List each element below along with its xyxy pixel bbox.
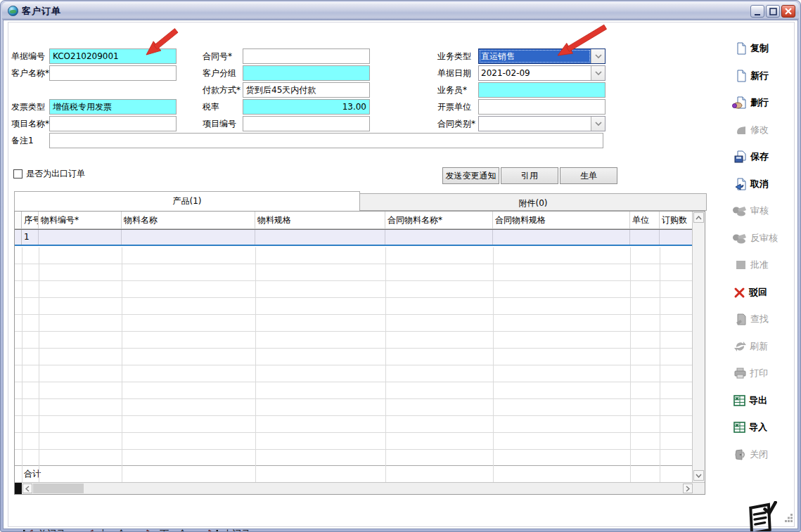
project-no-input[interactable]	[243, 116, 370, 131]
cell-material-name[interactable]	[122, 230, 255, 245]
doc-date-value: 2021-02-09	[479, 66, 591, 80]
toolbar-export-button[interactable]: 导出	[733, 392, 798, 409]
resize-grip[interactable]	[785, 514, 793, 524]
col-material-spec: 物料规格	[255, 212, 385, 228]
grid-body-empty: 合计	[15, 247, 692, 482]
grid-total-row: 合计	[15, 465, 692, 482]
app-logo-icon	[745, 501, 780, 532]
project-name-input[interactable]	[49, 116, 177, 131]
cell-order-qty[interactable]	[660, 230, 692, 245]
scroll-right-icon[interactable]	[683, 484, 693, 493]
toolbar-copy-button[interactable]: 复制	[735, 40, 800, 57]
toolbar-save-button[interactable]: 保存	[733, 148, 798, 165]
payment-input[interactable]: 货到后45天内付款	[243, 82, 370, 98]
checkbox-icon[interactable]	[13, 169, 23, 179]
remark1-input[interactable]	[49, 133, 603, 148]
cell-material-no[interactable]	[39, 230, 122, 245]
field-label-taxrate: 税率	[203, 99, 219, 115]
cell-seq[interactable]: 1	[22, 230, 39, 245]
minimize-button[interactable]	[750, 5, 764, 18]
taxrate-input[interactable]: 13.00	[243, 99, 370, 115]
client-area: 单据编号 KCO210209001 客户名称* 发票类型 增值税专用发票 项目名…	[3, 20, 798, 529]
approve-icon	[735, 259, 748, 271]
toolbar-print-button: 打印	[733, 365, 798, 382]
scrollbar-thumb[interactable]	[33, 484, 84, 493]
toolbar-close-button: 关闭	[733, 446, 798, 463]
biz-type-combo[interactable]: 直运销售	[478, 48, 605, 64]
tab-products[interactable]: 产品(1)	[14, 191, 360, 211]
nav-first-button[interactable]: 首记录	[23, 528, 65, 532]
maximize-button[interactable]	[766, 5, 780, 18]
field-label-biz-type: 业务类型	[437, 48, 471, 64]
chevron-down-icon[interactable]	[591, 49, 605, 63]
reference-button[interactable]: 引用	[501, 167, 558, 184]
col-material-no: 物料编号*	[39, 212, 122, 228]
nav-last-button[interactable]: 末记录	[207, 528, 250, 532]
cell-material-spec[interactable]	[255, 230, 385, 245]
toolbar-import-button[interactable]: 导入	[733, 419, 798, 436]
invoicing-unit-input[interactable]	[478, 99, 605, 115]
contract-category-value	[479, 117, 591, 131]
titlebar[interactable]: 客户订单	[2, 2, 799, 20]
cancel-icon	[733, 178, 748, 190]
excel-icon	[733, 394, 746, 407]
toolbar-cancel-button[interactable]: 取消	[733, 176, 798, 193]
page-icon	[735, 70, 748, 82]
doc-date-combo[interactable]: 2021-02-09	[478, 65, 605, 81]
page-icon	[735, 42, 748, 55]
field-label-contract-no: 合同号*	[203, 48, 232, 64]
cell-contract-material-name[interactable]	[385, 230, 493, 245]
contract-category-combo[interactable]	[478, 116, 605, 131]
tab-attachments[interactable]: 附件(0)	[360, 193, 707, 211]
field-label-customer: 客户名称*	[11, 65, 49, 81]
horizontal-scrollbar[interactable]	[15, 482, 705, 494]
scroll-up-icon[interactable]	[693, 212, 704, 223]
col-material-name: 物料名称	[122, 212, 255, 228]
col-order-qty: 订购数	[660, 212, 692, 228]
toolbar-refresh-button: 刷新	[733, 338, 798, 355]
printer-icon	[733, 367, 747, 379]
field-label-project-no: 项目编号	[203, 116, 236, 131]
salesman-input[interactable]	[478, 82, 605, 98]
field-label-contract-category: 合同类别*	[437, 116, 475, 131]
col-unit: 单位	[630, 212, 660, 228]
chevron-down-icon[interactable]	[591, 66, 605, 80]
export-order-checkbox[interactable]: 是否为出口订单	[13, 168, 85, 180]
scroll-left-icon[interactable]	[23, 484, 32, 493]
close-button[interactable]	[781, 5, 795, 18]
previous-record-icon	[84, 529, 94, 532]
cell-unit[interactable]	[630, 230, 660, 245]
generate-order-button[interactable]: 生单	[560, 167, 617, 184]
toolbar-deleterow-button[interactable]: 删行	[732, 94, 797, 111]
first-record-icon	[23, 529, 34, 532]
tabbar: 产品(1) 附件(0)	[14, 191, 707, 211]
toolbar-modify-button: 修改	[735, 122, 800, 138]
cell-contract-material-spec[interactable]	[493, 230, 630, 245]
invoice-type-input[interactable]: 增值税专用发票	[49, 99, 177, 115]
field-label-remark1: 备注1	[11, 133, 34, 148]
vertical-scrollbar[interactable]	[692, 212, 705, 482]
send-change-button[interactable]: 发送变更通知	[442, 167, 499, 184]
grid-header-row: 序号 物料编号* 物料名称 物料规格 合同物料名称* 合同物料规格 单位 订购数	[15, 212, 692, 229]
toolbar-newrow-button[interactable]: 新行	[735, 67, 800, 84]
field-label-docno: 单据编号	[11, 48, 45, 64]
scroll-down-icon[interactable]	[693, 470, 704, 481]
refresh-icon	[733, 340, 747, 353]
grid-row-selected[interactable]: 1	[15, 229, 692, 246]
customer-group-input[interactable]	[243, 65, 370, 81]
col-contract-material-name: 合同物料名称*	[385, 212, 493, 228]
nav-next-button[interactable]: 下一个	[146, 528, 187, 532]
toolbar-reject-button[interactable]: 驳回	[733, 284, 798, 301]
docno-input[interactable]: KCO210209001	[49, 48, 177, 64]
grid-empty-rows	[15, 247, 692, 465]
total-label: 合计	[15, 469, 41, 479]
row-selector[interactable]	[15, 230, 22, 245]
contract-no-input[interactable]	[243, 48, 370, 64]
chevron-down-icon[interactable]	[591, 117, 605, 131]
nav-previous-button[interactable]: 上一个	[84, 528, 126, 532]
customer-input[interactable]	[49, 65, 177, 81]
col-seq: 序号	[22, 212, 39, 228]
grid-selector-header	[15, 212, 22, 228]
field-label-invoicing-unit: 开票单位	[437, 99, 471, 115]
customer-order-window: 客户订单 单据编号 KCO210209001 客户名称* 发票类型 增值税专用发…	[0, 0, 801, 532]
